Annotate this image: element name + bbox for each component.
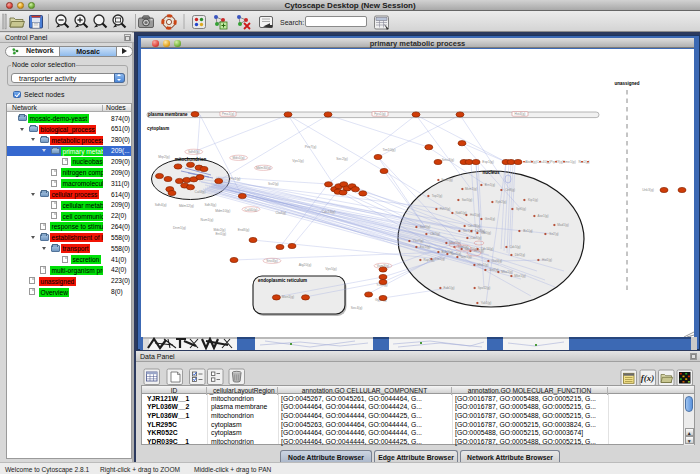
svg-text:Esc1(g): Esc1(g) xyxy=(420,245,431,249)
svg-text:Sec2(g): Sec2(g) xyxy=(336,157,348,161)
svg-text:Fkh2(g): Fkh2(g) xyxy=(440,207,451,211)
svg-text:nucleus: nucleus xyxy=(482,170,500,175)
svg-text:Cdc28(g): Cdc28(g) xyxy=(468,224,481,228)
svg-text:Swi5(g): Swi5(g) xyxy=(462,198,473,202)
svg-text:Hxt4(g): Hxt4(g) xyxy=(515,112,526,116)
svg-text:endoplasmic reticulum: endoplasmic reticulum xyxy=(258,278,307,283)
svg-text:Kip1(g): Kip1(g) xyxy=(528,198,538,202)
svg-text:cytoplasm: cytoplasm xyxy=(147,126,169,131)
svg-text:Cdc24(g): Cdc24(g) xyxy=(322,210,336,214)
svg-text:Gal4(g): Gal4(g) xyxy=(492,259,502,263)
svg-text:Mke1(g): Mke1(g) xyxy=(514,274,525,278)
svg-text:Mad1(g): Mad1(g) xyxy=(557,223,569,227)
svg-text:Cdc14(g): Cdc14(g) xyxy=(481,247,494,251)
svg-text:Vps5(g): Vps5(g) xyxy=(325,267,337,271)
svg-text:Hho1(g): Hho1(g) xyxy=(477,263,488,267)
svg-text:Caf40(g): Caf40(g) xyxy=(245,208,258,212)
svg-text:Smc2(g): Smc2(g) xyxy=(441,178,453,182)
svg-text:Sdh3(g): Sdh3(g) xyxy=(205,203,217,207)
svg-text:Fis1(g): Fis1(g) xyxy=(230,177,240,181)
svg-text:Mdm30(g): Mdm30(g) xyxy=(256,166,271,170)
svg-text:Yak1(g): Yak1(g) xyxy=(481,301,492,305)
svg-text:Cdc6(g): Cdc6(g) xyxy=(470,236,481,240)
svg-text:Top2(g): Top2(g) xyxy=(432,194,443,198)
svg-text:Caf4(g): Caf4(g) xyxy=(195,190,206,194)
svg-text:Unk3(g): Unk3(g) xyxy=(642,188,654,192)
svg-text:Cla4(g): Cla4(g) xyxy=(275,211,286,215)
svg-text:Mdm10(g): Mdm10(g) xyxy=(215,209,230,213)
svg-text:plasma membrane: plasma membrane xyxy=(148,112,188,117)
svg-text:Sir2(g): Sir2(g) xyxy=(549,232,558,236)
svg-text:Dbf2(g): Dbf2(g) xyxy=(515,253,525,257)
svg-text:Hst1(g): Hst1(g) xyxy=(542,258,552,262)
svg-text:Mrp2(g): Mrp2(g) xyxy=(158,155,170,159)
svg-text:mitochondrion: mitochondrion xyxy=(175,157,207,162)
svg-text:Atg20(g): Atg20(g) xyxy=(299,263,312,267)
svg-text:Ent1(g): Ent1(g) xyxy=(215,232,226,236)
svg-text:Brn1(g): Brn1(g) xyxy=(485,183,495,187)
svg-text:Mka1(g): Mka1(g) xyxy=(501,270,512,274)
svg-text:Spo12(g): Spo12(g) xyxy=(478,286,491,290)
svg-text:Lte1(g): Lte1(g) xyxy=(435,257,445,261)
svg-text:Fob1(g): Fob1(g) xyxy=(444,286,455,290)
svg-text:Cin8(g): Cin8(g) xyxy=(505,188,515,192)
svg-text:Mon1(g): Mon1(g) xyxy=(282,295,294,299)
svg-text:Swi4(g): Swi4(g) xyxy=(420,225,431,229)
svg-text:Rap1(g): Rap1(g) xyxy=(423,258,434,262)
svg-text:Yku7(g): Yku7(g) xyxy=(413,239,424,243)
svg-text:Dnm1(g): Dnm1(g) xyxy=(173,226,186,230)
svg-text:Mdv1(g): Mdv1(g) xyxy=(233,156,245,160)
svg-text:Mdm12(g): Mdm12(g) xyxy=(179,204,194,208)
svg-text:Pma1(g): Pma1(g) xyxy=(222,112,235,116)
svg-text:Snx4(g): Snx4(g) xyxy=(266,259,278,263)
svg-text:Num1(g): Num1(g) xyxy=(201,218,214,222)
svg-text:f(x): f(x) xyxy=(641,373,655,383)
svg-text:Spt5(g): Spt5(g) xyxy=(516,207,526,211)
svg-text:Gin4(g): Gin4(g) xyxy=(485,217,495,221)
svg-text:Sir4(g): Sir4(g) xyxy=(489,268,498,272)
svg-text:Esp1(g): Esp1(g) xyxy=(482,160,494,164)
svg-text:unassigned: unassigned xyxy=(614,81,639,86)
svg-text:Clb2(g): Clb2(g) xyxy=(430,232,440,236)
svg-text:Bir1(g): Bir1(g) xyxy=(523,229,532,233)
svg-text:Mcm1(g): Mcm1(g) xyxy=(465,187,477,191)
svg-text:Ndd1(g): Ndd1(g) xyxy=(455,211,466,215)
svg-text:Sec4(g): Sec4(g) xyxy=(351,306,363,310)
svg-text:Sdh1(g): Sdh1(g) xyxy=(188,150,200,154)
svg-text:Fps1(g): Fps1(g) xyxy=(374,112,385,116)
svg-text:Vps1(g): Vps1(g) xyxy=(292,159,304,163)
svg-text:Clb5(g): Clb5(g) xyxy=(481,231,491,235)
svg-text:End3(g): End3(g) xyxy=(238,228,250,232)
svg-text:Ase1(g): Ase1(g) xyxy=(538,214,549,218)
svg-text:Sst2(g): Sst2(g) xyxy=(268,182,279,186)
svg-text:Rpb2(g): Rpb2(g) xyxy=(495,200,506,204)
svg-text:Tim10(g): Tim10(g) xyxy=(382,148,395,152)
svg-text:Pex7(g): Pex7(g) xyxy=(305,145,317,149)
svg-text:Cdc5(g): Cdc5(g) xyxy=(509,245,520,249)
svg-text:Hsl1(g): Hsl1(g) xyxy=(470,213,480,217)
svg-text:Smc4(g): Smc4(g) xyxy=(442,158,454,162)
svg-text:Sdh4(g): Sdh4(g) xyxy=(155,203,167,207)
